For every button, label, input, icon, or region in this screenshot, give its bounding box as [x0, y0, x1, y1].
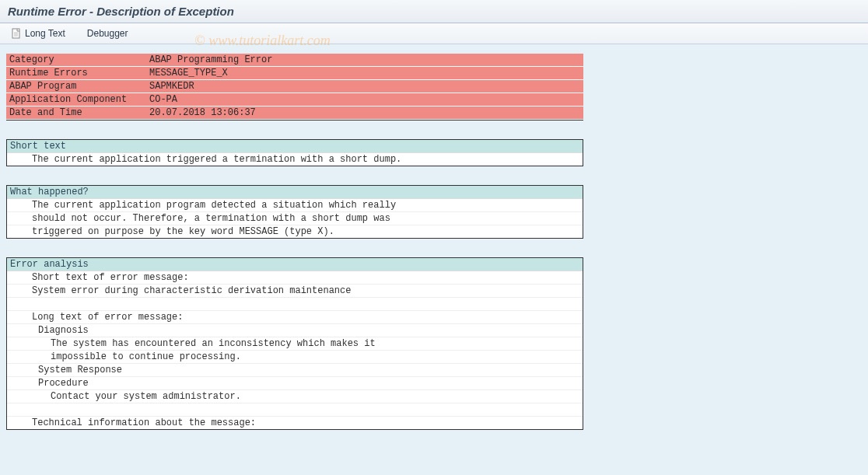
text-line: System Response: [7, 364, 583, 377]
text-line: Diagnosis: [7, 324, 583, 337]
error-analysis-body: Short text of error message:System error…: [7, 271, 583, 429]
header-row: Application ComponentCO-PA: [6, 93, 583, 107]
long-text-label: Long Text: [25, 28, 65, 39]
svg-rect-0: [12, 29, 19, 38]
header-label: ABAP Program: [6, 80, 146, 93]
debugger-button[interactable]: Debugger: [84, 26, 131, 40]
debugger-label: Debugger: [87, 28, 128, 39]
error-analysis-header: Error analysis: [7, 258, 583, 271]
text-line: Procedure: [7, 377, 583, 390]
page-title: Runtime Error - Description of Exception: [8, 5, 860, 18]
header-label: Date and Time: [6, 107, 146, 120]
header-row: CategoryABAP Programming Error: [6, 54, 583, 67]
text-line: The current application program detected…: [7, 199, 583, 212]
text-line: [7, 403, 583, 417]
text-line: [7, 298, 583, 311]
header-value: SAPMKEDR: [146, 80, 583, 93]
text-line: Technical information about the message:: [7, 417, 583, 429]
header-row: Runtime ErrorsMESSAGE_TYPE_X: [6, 67, 583, 80]
short-text-section: Short text The current application trigg…: [6, 139, 583, 166]
error-header-table: CategoryABAP Programming ErrorRuntime Er…: [6, 54, 583, 120]
header-value: 20.07.2018 13:06:37: [146, 107, 583, 120]
text-line: System error during characteristic deriv…: [7, 285, 583, 298]
header-label: Runtime Errors: [6, 67, 146, 80]
long-text-button[interactable]: Long Text: [8, 26, 68, 40]
text-line: triggered on purpose by the key word MES…: [7, 225, 583, 238]
error-analysis-section: Error analysis Short text of error messa…: [6, 257, 583, 430]
what-happened-section: What happened? The current application p…: [6, 185, 583, 239]
short-text-header: Short text: [7, 140, 583, 153]
header-label: Category: [6, 54, 146, 67]
text-line: The current application triggered a term…: [7, 153, 583, 166]
header-value: ABAP Programming Error: [146, 54, 583, 67]
title-bar: Runtime Error - Description of Exception: [0, 0, 868, 23]
header-label: Application Component: [6, 93, 146, 107]
header-value: MESSAGE_TYPE_X: [146, 67, 583, 80]
content-area: CategoryABAP Programming ErrorRuntime Er…: [0, 54, 868, 430]
header-row: Date and Time20.07.2018 13:06:37: [6, 107, 583, 120]
toolbar: Long Text Debugger: [0, 23, 868, 44]
text-line: should not occur. Therefore, a terminati…: [7, 212, 583, 225]
what-happened-body: The current application program detected…: [7, 199, 583, 238]
text-line: Short text of error message:: [7, 271, 583, 285]
what-happened-header: What happened?: [7, 186, 583, 199]
text-line: Long text of error message:: [7, 311, 583, 324]
text-line: The system has encountered an inconsiste…: [7, 337, 583, 351]
text-line: impossible to continue processing.: [7, 351, 583, 364]
document-icon: [11, 28, 22, 39]
short-text-body: The current application triggered a term…: [7, 153, 583, 166]
text-line: Contact your system administrator.: [7, 390, 583, 403]
header-row: ABAP ProgramSAPMKEDR: [6, 80, 583, 93]
header-value: CO-PA: [146, 93, 583, 107]
header-divider: [6, 120, 583, 120]
